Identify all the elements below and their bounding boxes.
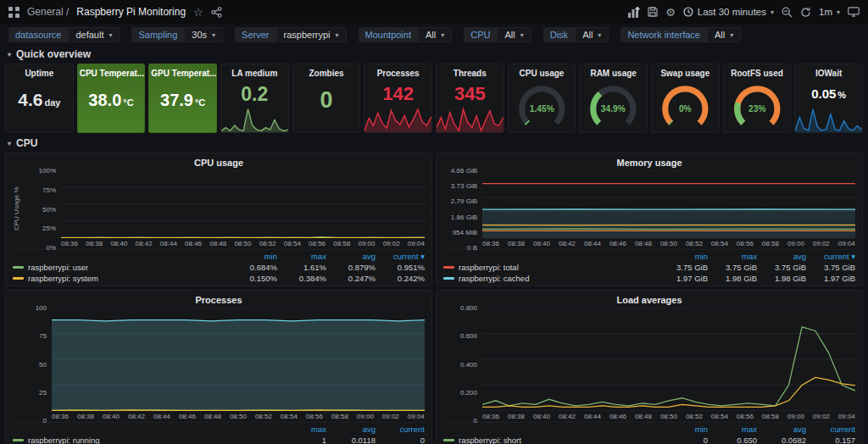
time-range-picker[interactable]: Last 30 minutes ▾ (683, 7, 774, 17)
variable-value-dropdown[interactable]: default▾ (68, 27, 120, 42)
legend-series-toggle[interactable]: raspberrypi: cached (443, 274, 659, 283)
legend-stat-value: 1.97 GiB (806, 274, 855, 283)
save-dashboard-icon[interactable] (648, 7, 658, 17)
legend-col-min[interactable]: min (228, 252, 277, 261)
variable-value-dropdown[interactable]: 30s▾ (184, 27, 223, 42)
kiosk-mode-icon[interactable] (848, 7, 860, 17)
y-tick-label: 954 MiB (453, 228, 477, 236)
chevron-down-icon: ▾ (598, 31, 601, 39)
x-tick-label: 08:54 (711, 240, 728, 247)
breadcrumb[interactable]: General / (27, 6, 69, 18)
share-icon[interactable] (211, 7, 222, 18)
variable-value-dropdown[interactable]: raspberrypi▾ (276, 27, 347, 42)
x-tick-label: 08:48 (204, 413, 221, 420)
legend-col-current[interactable]: current ▾ (376, 252, 425, 261)
y-tick-label: 0 (43, 417, 47, 425)
x-tick-label: 08:36 (52, 413, 69, 420)
variable-label: Mountpoint (359, 27, 418, 42)
svg-text:0%: 0% (679, 104, 692, 114)
x-tick-label: 08:42 (559, 240, 576, 247)
legend-col-avg[interactable]: avg (326, 252, 376, 261)
plot-area (52, 308, 425, 411)
legend-header: maxavgcurrent (13, 424, 425, 435)
stat-panel-title[interactable]: Processes (364, 64, 431, 78)
y-tick-label: 100 (36, 304, 47, 312)
panel-processes: Processes100755025008:3608:3808:4008:420… (5, 290, 432, 444)
legend-col-avg[interactable]: avg (757, 252, 806, 261)
legend-col-current[interactable]: current (376, 425, 425, 434)
stat-panel-zombies: Zombies0 (292, 64, 361, 133)
variable-value-dropdown[interactable]: All▾ (707, 27, 741, 42)
legend-col-avg[interactable]: avg (326, 425, 376, 434)
variable-value-dropdown[interactable]: All▾ (418, 27, 452, 42)
zoom-out-icon[interactable] (782, 7, 793, 18)
x-tick-label: 08:38 (508, 240, 525, 247)
legend-series-toggle[interactable]: raspberrypi: user (13, 263, 228, 272)
stat-value: 0.2 (221, 83, 288, 106)
variable-value-dropdown[interactable]: All▾ (497, 27, 531, 42)
variable-value-dropdown[interactable]: All▾ (575, 27, 609, 42)
y-axis: 4.66 GiB3.73 GiB2.79 GiB1.86 GiB954 MiB0… (443, 170, 482, 247)
series-color-icon (443, 266, 454, 269)
legend-series-name: raspberrypi: short (459, 436, 521, 444)
legend-series-toggle[interactable]: raspberrypi: total (443, 263, 659, 272)
panel-title[interactable]: CPU usage (13, 156, 425, 170)
stat-panel-title[interactable]: Threads (437, 64, 504, 78)
legend-col-max[interactable]: max (277, 252, 326, 261)
stat-panel-title[interactable]: RootFS used (724, 64, 791, 78)
gauge: 0% (652, 77, 719, 131)
x-tick-label: 08:40 (533, 413, 550, 420)
stat-panel-title[interactable]: LA medium (221, 64, 288, 78)
x-tick-label: 08:46 (609, 413, 626, 420)
dashboard-settings-icon[interactable]: ⚙ (665, 7, 676, 18)
stat-unit: °C (123, 97, 133, 107)
legend-col-avg[interactable]: avg (757, 425, 806, 434)
y-tick-label: 25% (42, 225, 56, 232)
stat-value: 142 (364, 83, 431, 105)
legend-series-toggle[interactable]: raspberrypi: running (13, 436, 277, 444)
row-collapse-icon: ▾ (8, 51, 11, 58)
y-tick-label: 1.86 GiB (451, 213, 477, 220)
stat-panel-title[interactable]: Uptime (6, 64, 73, 78)
row-header-quick-overview[interactable]: ▾ Quick overview (0, 46, 868, 62)
stat-panel-title[interactable]: CPU Temperat... (78, 64, 145, 78)
legend-row: raspberrypi: user0.684%1.61%0.879%0.951% (13, 262, 425, 273)
legend-series-toggle[interactable]: raspberrypi: system (13, 274, 228, 283)
legend-col-max[interactable]: max (708, 252, 757, 261)
legend-stat-value: 0.157 (806, 436, 855, 444)
legend-series-toggle[interactable]: raspberrypi: short (443, 436, 659, 444)
variable-datasource: datasourcedefault▾ (8, 27, 120, 42)
x-tick-label: 09:02 (813, 240, 830, 247)
dashboards-grid-icon[interactable] (8, 7, 19, 18)
x-tick-label: 08:58 (331, 413, 348, 420)
star-icon[interactable]: ☆ (193, 7, 203, 18)
stat-panel-title[interactable]: CPU usage (509, 64, 576, 78)
legend-stat-value: 0.684% (228, 263, 277, 272)
x-tick-label: 08:42 (128, 413, 145, 420)
stat-panel-title[interactable]: IOWait (795, 64, 862, 78)
legend-col-current[interactable]: current ▾ (806, 252, 855, 261)
row-header-cpu[interactable]: ▾ CPU (0, 135, 868, 151)
legend: maxavgcurrentraspberrypi: running10.0118… (13, 422, 425, 444)
legend-col-min[interactable]: min (659, 252, 708, 261)
refresh-icon[interactable] (800, 7, 811, 18)
x-tick-label: 08:36 (482, 413, 499, 420)
legend-col-max[interactable]: max (708, 425, 757, 434)
add-panel-icon[interactable] (628, 7, 640, 18)
legend-col-min[interactable]: min (659, 425, 708, 434)
stat-panel-title[interactable]: Swap usage (652, 64, 719, 78)
stat-panel-title[interactable]: GPU Temperat... (149, 64, 216, 78)
stat-panel-title[interactable]: RAM usage (580, 64, 647, 78)
x-tick-label: 08:54 (711, 413, 728, 420)
x-axis: 08:3608:3808:4008:4208:4408:4608:4808:50… (61, 238, 425, 247)
legend-col-max[interactable]: max (277, 425, 326, 434)
panel-title[interactable]: Memory usage (443, 156, 855, 170)
legend-col-current[interactable]: current (806, 425, 855, 434)
panel-title[interactable]: Processes (13, 293, 425, 308)
x-tick-label: 08:38 (77, 413, 94, 420)
stat-panel-title[interactable]: Zombies (293, 64, 360, 78)
navbar-left: General / Raspberry Pi Monitoring ☆ (8, 6, 222, 18)
refresh-interval-select[interactable]: 1m ▾ (819, 7, 840, 17)
panel-title[interactable]: Load averages (443, 293, 855, 308)
series-color-icon (13, 266, 24, 269)
